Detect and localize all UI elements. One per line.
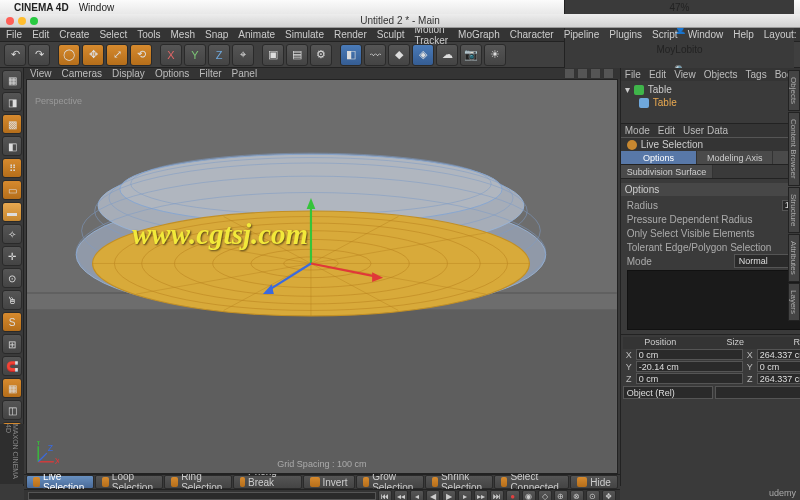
mac-menu-window[interactable]: Window <box>79 2 115 13</box>
record-key-icon[interactable]: ● <box>506 490 520 500</box>
options-menu[interactable]: Options <box>155 68 189 79</box>
next-key-icon[interactable]: ▸▸ <box>474 490 488 500</box>
key-rot-icon[interactable]: ⊙ <box>586 490 600 500</box>
cameras-menu[interactable]: Cameras <box>62 68 103 79</box>
coord-size-x[interactable] <box>757 349 800 360</box>
tweak-mode-icon[interactable]: ✧ <box>2 224 22 244</box>
menu-render[interactable]: Render <box>334 29 367 40</box>
menu-tools[interactable]: Tools <box>137 29 160 40</box>
render-view-icon[interactable]: ▣ <box>262 44 284 66</box>
z-axis-button[interactable]: Z <box>208 44 230 66</box>
menu-mesh[interactable]: Mesh <box>171 29 195 40</box>
menu-mograph[interactable]: MoGraph <box>458 29 500 40</box>
menu-script[interactable]: Script <box>652 29 678 40</box>
goto-start-icon[interactable]: ⏮ <box>378 490 392 500</box>
vtab-objects[interactable]: Objects <box>788 70 800 111</box>
key-param-icon[interactable]: ❖ <box>602 490 616 500</box>
menu-simulate[interactable]: Simulate <box>285 29 324 40</box>
spline-icon[interactable]: 〰 <box>364 44 386 66</box>
vtab-content[interactable]: Content Browser <box>788 112 800 186</box>
om-view-menu[interactable]: View <box>674 69 696 80</box>
view-menu[interactable]: View <box>30 68 52 79</box>
viewport-solo-icon[interactable]: ⊙ <box>2 268 22 288</box>
scale-tool-icon[interactable]: ⤢ <box>106 44 128 66</box>
om-file-menu[interactable]: File <box>625 69 641 80</box>
vtab-attributes[interactable]: Attributes <box>788 234 800 282</box>
autokey-icon[interactable]: ◉ <box>522 490 536 500</box>
panel-menu[interactable]: Panel <box>232 68 258 79</box>
locked-workplane-icon[interactable]: 🖱 <box>2 290 22 310</box>
menu-create[interactable]: Create <box>59 29 89 40</box>
om-tags-menu[interactable]: Tags <box>746 69 767 80</box>
phong-break-button[interactable]: Phong Break Selection <box>233 475 301 489</box>
play-back-icon[interactable]: ◀ <box>426 490 440 500</box>
live-selection-button[interactable]: Live Selection <box>26 475 94 489</box>
next-frame-icon[interactable]: ▸ <box>458 490 472 500</box>
snap-magnet-icon[interactable]: 🧲 <box>2 356 22 376</box>
menu-animate[interactable]: Animate <box>238 29 275 40</box>
coord-pos-z[interactable] <box>636 373 743 384</box>
coord-size-z[interactable] <box>757 373 800 384</box>
hide-button[interactable]: Hide <box>570 475 618 489</box>
undo-button[interactable]: ↶ <box>4 44 26 66</box>
key-scale-icon[interactable]: ⊗ <box>570 490 584 500</box>
workplane-icon[interactable]: ⊞ <box>2 334 22 354</box>
move-tool-icon[interactable]: ✥ <box>82 44 104 66</box>
zoom-button[interactable] <box>30 17 38 25</box>
expand-icon[interactable]: ▾ <box>625 84 630 95</box>
attr-mode-menu[interactable]: Mode <box>625 125 650 136</box>
redo-button[interactable]: ↷ <box>28 44 50 66</box>
menu-edit[interactable]: Edit <box>32 29 49 40</box>
viewport[interactable]: Perspective <box>26 79 618 474</box>
y-axis-button[interactable]: Y <box>184 44 206 66</box>
coord-size-y[interactable] <box>757 361 800 372</box>
viewport-nav4-icon[interactable] <box>603 68 614 79</box>
select-connected-button[interactable]: Select Connected <box>494 475 569 489</box>
om-objects-menu[interactable]: Objects <box>704 69 738 80</box>
model-mode-icon[interactable]: ◨ <box>2 92 22 112</box>
menu-plugins[interactable]: Plugins <box>609 29 642 40</box>
invert-button[interactable]: Invert <box>303 475 355 489</box>
minimize-button[interactable] <box>18 17 26 25</box>
ring-selection-button[interactable]: Ring Selection <box>164 475 232 489</box>
object-label[interactable]: Table <box>648 84 672 95</box>
vtab-structure[interactable]: Structure <box>788 187 800 233</box>
coord-pos-x[interactable] <box>636 349 743 360</box>
menu-window[interactable]: Window <box>688 29 724 40</box>
grow-selection-button[interactable]: Grow Selection <box>356 475 424 489</box>
render-pv-icon[interactable]: ▤ <box>286 44 308 66</box>
coordinate-sys-icon[interactable]: ⌖ <box>232 44 254 66</box>
point-mode-icon[interactable]: ⠿ <box>2 158 22 178</box>
viewport-nav2-icon[interactable] <box>577 68 588 79</box>
object-row-table-child[interactable]: Table <box>625 96 800 109</box>
menu-character[interactable]: Character <box>510 29 554 40</box>
tab-modeling-axis[interactable]: Modeling Axis <box>697 151 773 164</box>
live-selection-tool-icon[interactable]: ◯ <box>58 44 80 66</box>
coord-size-mode-select[interactable] <box>715 386 800 399</box>
deformer-icon[interactable]: ◈ <box>412 44 434 66</box>
shrink-selection-button[interactable]: Shrink Selection <box>425 475 493 489</box>
tab-subdivision-surface[interactable]: Subdivision Surface <box>621 165 714 178</box>
make-editable-icon[interactable]: ▦ <box>2 70 22 90</box>
viewport-nav3-icon[interactable] <box>590 68 601 79</box>
timeline-track[interactable] <box>28 492 376 500</box>
coord-pos-y[interactable] <box>636 361 743 372</box>
prev-frame-icon[interactable]: ◂ <box>410 490 424 500</box>
object-row-table-parent[interactable]: ▾ Table <box>625 83 800 96</box>
goto-end-icon[interactable]: ⏭ <box>490 490 504 500</box>
om-edit-menu[interactable]: Edit <box>649 69 666 80</box>
key-pos-icon[interactable]: ⊕ <box>554 490 568 500</box>
close-button[interactable] <box>6 17 14 25</box>
edge-mode-icon[interactable]: ▭ <box>2 180 22 200</box>
mac-app-name[interactable]: CINEMA 4D <box>14 2 69 13</box>
generator-icon[interactable]: ◆ <box>388 44 410 66</box>
viewport-nav1-icon[interactable] <box>564 68 575 79</box>
vtab-layers[interactable]: Layers <box>788 283 800 321</box>
enable-axis-icon[interactable]: ✛ <box>2 246 22 266</box>
snap-3d-icon[interactable]: ◫ <box>2 400 22 420</box>
attr-edit-menu[interactable]: Edit <box>658 125 675 136</box>
prev-key-icon[interactable]: ◂◂ <box>394 490 408 500</box>
menu-sculpt[interactable]: Sculpt <box>377 29 405 40</box>
tab-options[interactable]: Options <box>621 151 697 164</box>
light-icon[interactable]: ☀ <box>484 44 506 66</box>
